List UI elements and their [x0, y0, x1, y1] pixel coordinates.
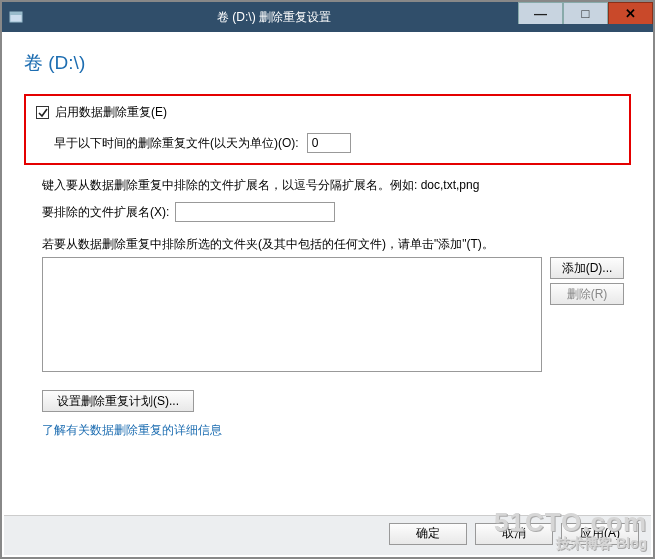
- page-title: 卷 (D:\): [2, 32, 653, 94]
- extensions-label: 要排除的文件扩展名(X):: [42, 204, 169, 221]
- apply-button[interactable]: 应用(A): [561, 523, 639, 545]
- dialog-footer: 确定 取消 应用(A): [4, 515, 651, 555]
- extensions-hint: 键入要从数据删除重复中排除的文件扩展名，以逗号分隔扩展名。例如: doc,txt…: [42, 177, 631, 194]
- folders-hint: 若要从数据删除重复中排除所选的文件夹(及其中包括的任何文件)，请单击"添加"(T…: [42, 236, 631, 253]
- learn-more-link[interactable]: 了解有关数据删除重复的详细信息: [42, 422, 631, 439]
- enable-dedup-checkbox[interactable]: [36, 106, 49, 119]
- excluded-folders-listbox[interactable]: [42, 257, 542, 372]
- titlebar: 卷 (D:\) 删除重复设置 — □ ✕: [2, 2, 653, 32]
- close-button[interactable]: ✕: [608, 2, 653, 24]
- window-title: 卷 (D:\) 删除重复设置: [30, 9, 518, 26]
- window-controls: — □ ✕: [518, 2, 653, 32]
- add-folder-button[interactable]: 添加(D)...: [550, 257, 624, 279]
- app-icon: [8, 9, 24, 25]
- remove-folder-button: 删除(R): [550, 283, 624, 305]
- extensions-input[interactable]: [175, 202, 335, 222]
- enable-dedup-label: 启用数据删除重复(E): [55, 104, 167, 121]
- svg-rect-1: [10, 12, 22, 15]
- highlight-box: 启用数据删除重复(E) 早于以下时间的删除重复文件(以天为单位)(O):: [24, 94, 631, 165]
- minimize-button[interactable]: —: [518, 2, 563, 24]
- schedule-button[interactable]: 设置删除重复计划(S)...: [42, 390, 194, 412]
- days-input[interactable]: [307, 133, 351, 153]
- cancel-button[interactable]: 取消: [475, 523, 553, 545]
- maximize-button[interactable]: □: [563, 2, 608, 24]
- days-label: 早于以下时间的删除重复文件(以天为单位)(O):: [54, 135, 299, 152]
- ok-button[interactable]: 确定: [389, 523, 467, 545]
